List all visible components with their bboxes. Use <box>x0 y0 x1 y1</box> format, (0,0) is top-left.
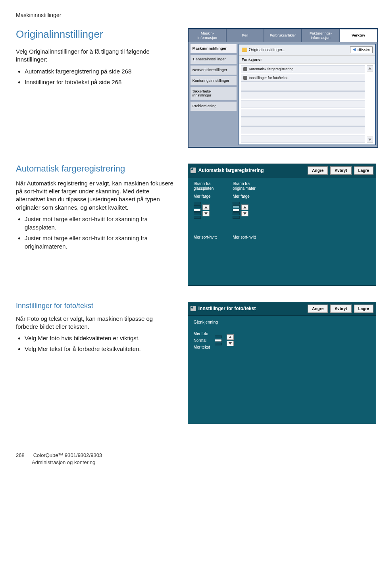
intro-text: Velg Originalinnstillinger for å få tilg… <box>16 48 177 64</box>
list-item-empty <box>241 126 365 134</box>
sidenav-item-service[interactable]: Tjenesteinnstillinger <box>190 54 237 64</box>
level-up-button[interactable] <box>241 204 248 210</box>
more-bw-label: Mer sort-hvitt <box>233 235 256 239</box>
bullet-item: Velg Mer tekst for å forbedre tekstkvali… <box>25 345 177 353</box>
back-label: Tilbake <box>357 48 370 52</box>
chevron-down-icon <box>229 342 232 345</box>
admin-panel-screenshot: Maskin-informasjon Feil Forbruksartikler… <box>188 28 378 148</box>
wrench-icon <box>243 76 247 80</box>
tab-tools[interactable]: Verktøy <box>340 29 377 42</box>
list-item-empty <box>241 91 365 99</box>
chevron-up-icon <box>229 336 232 338</box>
save-button[interactable]: Lagre <box>354 166 373 175</box>
heading-auto-color: Automatisk fargeregistrering <box>16 164 177 174</box>
auto-color-dialog: Automatisk fargeregistrering Angre Avbry… <box>188 164 376 286</box>
chevron-up-icon <box>243 206 246 208</box>
page-footer: 268 ColorQube™ 9301/9302/9303 Administra… <box>16 452 365 466</box>
level-indicator <box>194 202 201 219</box>
cancel-button[interactable]: Avbryt <box>330 305 351 313</box>
undo-button[interactable]: Angre <box>308 305 328 313</box>
list-item-empty <box>241 83 365 91</box>
more-bw-label: Mer sort-hvitt <box>194 235 217 239</box>
bullet-item: Velg Mer foto hvis bildekvaliteten er vi… <box>25 334 177 342</box>
scroll-controls <box>366 65 373 143</box>
tab-faults[interactable]: Feil <box>226 29 264 42</box>
page-number: 268 <box>16 452 32 459</box>
scroll-up-button[interactable] <box>367 65 373 71</box>
level-indicator <box>233 202 240 219</box>
chevron-down-icon <box>243 212 246 215</box>
back-button[interactable]: Tilbake <box>350 46 373 53</box>
more-text-label: Mer tekst <box>194 345 210 349</box>
undo-button[interactable]: Angre <box>308 166 328 175</box>
intro-item: Innstillinger for foto/tekst på side 268 <box>25 78 177 86</box>
dialog-title: Innstillinger for foto/tekst <box>198 306 256 311</box>
cancel-button[interactable]: Avbryt <box>330 166 351 175</box>
list-item-empty <box>241 135 365 143</box>
chevron-up-icon <box>204 206 208 208</box>
level-up-button[interactable] <box>227 334 234 340</box>
wrench-icon <box>243 67 247 71</box>
tab-supplies[interactable]: Forbruksartikler <box>264 29 302 42</box>
sidenav-item-accounting[interactable]: Konteringsinnstillinger <box>190 76 237 86</box>
sidenav: Maskininnstillinger Tjenesteinnstillinge… <box>190 44 237 145</box>
normal-label: Normal <box>194 338 210 343</box>
list-item-empty <box>241 118 365 125</box>
save-button[interactable]: Lagre <box>354 305 373 313</box>
foto-tekst-dialog: Innstillinger for foto/tekst Angre Avbry… <box>188 302 376 424</box>
section-title: Originalinnstillinger <box>16 28 177 40</box>
tab-machine-info[interactable]: Maskin-informasjon <box>189 29 226 42</box>
level-down-button[interactable] <box>227 341 234 346</box>
list-item-empty <box>241 100 365 108</box>
chevron-down-icon <box>368 139 371 141</box>
list-item-label: Innstillinger for foto/tekst... <box>249 76 291 80</box>
intro-list: Automatisk fargeregistrering på side 268… <box>16 67 177 86</box>
intro-item: Automatisk fargeregistrering på side 268 <box>25 67 177 75</box>
folder-icon <box>242 48 247 52</box>
sidenav-item-network[interactable]: Nettverksinnstillinger <box>190 65 237 75</box>
feeder-scan-label: Skann fraoriginalmater <box>233 181 256 191</box>
product-name: ColorQube™ 9301/9302/9303 <box>33 452 102 458</box>
more-color-label: Mer farge <box>194 194 217 199</box>
wrench-icon <box>190 168 196 173</box>
more-photo-label: Mer foto <box>194 332 210 336</box>
page-header-crumb: Maskininnstillinger <box>16 12 365 18</box>
sidenav-item-security[interactable]: Sikkerhets-innstillinger <box>190 87 237 101</box>
more-color-label: Mer farge <box>233 194 256 199</box>
recognition-label: Gjenkjenning <box>194 320 370 324</box>
wrench-icon <box>190 306 196 311</box>
list-item-foto-tekst[interactable]: Innstillinger for foto/tekst... <box>241 74 365 82</box>
chevron-up-icon <box>368 67 371 69</box>
scroll-down-button[interactable] <box>367 137 373 143</box>
dialog-title: Automatisk fargeregistrering <box>198 168 264 173</box>
breadcrumb: Originalinnstillinger... <box>249 48 348 52</box>
arrow-left-icon <box>353 48 356 51</box>
list-item-auto-color[interactable]: Automatisk fargeregistrering... <box>241 65 365 73</box>
level-down-button[interactable] <box>202 211 210 216</box>
chevron-down-icon <box>204 212 208 215</box>
tab-row: Maskin-informasjon Feil Forbruksartikler… <box>189 29 377 42</box>
sidenav-item-machine[interactable]: Maskininnstillinger <box>190 44 237 54</box>
list-item-label: Automatisk fargeregistrering... <box>249 67 296 71</box>
bullet-item: Juster mot farge eller sort-hvitt for sk… <box>25 234 177 251</box>
foto-tekst-para: Når Foto og tekst er valgt, kan maskinen… <box>16 315 177 331</box>
auto-color-para: Når Automatisk registrering er valgt, ka… <box>16 179 177 212</box>
sidenav-item-troubleshoot[interactable]: Problemløsing <box>190 101 237 111</box>
level-indicator <box>215 335 222 345</box>
level-up-button[interactable] <box>202 204 210 210</box>
functions-subhead: Funksjoner <box>239 56 375 64</box>
heading-foto-tekst: Innstillinger for foto/tekst <box>16 302 177 310</box>
glass-scan-label: Skann fraglassplaten <box>194 181 217 191</box>
list-item-empty <box>241 109 365 117</box>
tab-billing[interactable]: Fakturerings-informasjon <box>302 29 339 42</box>
bullet-item: Juster mot farge eller sort-hvitt for sk… <box>25 215 177 231</box>
level-down-button[interactable] <box>241 211 248 216</box>
footer-line2: Administrasjon og kontering <box>32 459 95 465</box>
